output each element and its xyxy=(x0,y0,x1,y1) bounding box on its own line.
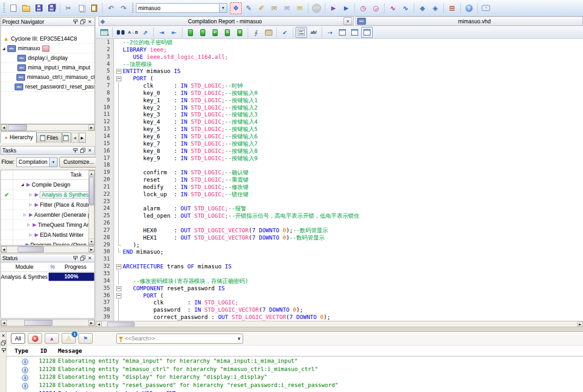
compiler-settings-icon[interactable]: ❖ xyxy=(230,2,242,14)
next-bookmark-icon[interactable]: ↑ xyxy=(197,27,208,38)
simulation-waveform-icon[interactable]: ∿ xyxy=(387,2,399,14)
settings-icon[interactable]: ✉ xyxy=(268,2,280,14)
project-navigator-hscrollbar[interactable]: ◀ ▶ xyxy=(0,124,95,131)
code-line[interactable]: 5ENTITY mimasuo IS xyxy=(96,68,583,75)
project-select-combobox[interactable]: mimasuo ▼ xyxy=(136,3,227,13)
save-icon[interactable] xyxy=(33,2,45,14)
root-entity-node[interactable]: ◢ abc mimasuo xyxy=(1,44,94,53)
redo-icon[interactable]: ↷ xyxy=(118,2,130,14)
scroll-thumb[interactable] xyxy=(18,246,44,252)
scroll-left-icon[interactable]: ◀ xyxy=(1,246,7,252)
close-icon[interactable]: ✕ xyxy=(87,19,93,25)
device-node[interactable]: ▲ Cyclone III: EP3C5E144C8 xyxy=(1,34,94,44)
expander-icon[interactable]: ▷ xyxy=(28,193,33,197)
code-line[interactable]: 20 reset : IN STD_LOGIC;--重置键 xyxy=(96,176,583,183)
message-row[interactable]: i12128Elaborating entity "display" for h… xyxy=(6,373,583,382)
code-line[interactable]: 28 HEX1 : OUT STD_LOGIC_VECTOR(7 DOWNTO … xyxy=(96,234,583,241)
code-line[interactable]: 16 key_8 : IN STD_LOGIC;--按键输入8 xyxy=(96,147,583,155)
status-row[interactable]: Analysis & Synthesis 100% xyxy=(1,272,94,282)
code-line[interactable]: 30END mimasuo; xyxy=(96,248,583,256)
instance-node[interactable]: abcmima_input:i_mima_input xyxy=(1,63,94,73)
analyze-current-file-icon[interactable]: ✔ xyxy=(279,27,291,38)
pin-icon[interactable] xyxy=(0,347,7,353)
message-row[interactable]: i12128Elaborating entity "reset_password… xyxy=(6,382,583,390)
code-line[interactable]: 3 USE ieee.std_logic_1164.all; xyxy=(96,53,583,61)
programmer-icon[interactable]: ◈ xyxy=(429,2,441,14)
restore-icon[interactable] xyxy=(0,340,7,346)
chevron-down-icon[interactable]: ∨ xyxy=(237,336,241,341)
attach-file-icon[interactable]: ∮ xyxy=(250,27,262,38)
code-editor[interactable]: 1--2位的电子密码锁2LIBRARY ieee;3 USE ieee.std_… xyxy=(96,39,583,321)
report-window-icon[interactable] xyxy=(99,27,110,38)
chevron-down-icon[interactable]: ▼ xyxy=(49,158,57,167)
scroll-left-icon[interactable]: ◀ xyxy=(1,125,7,131)
expander-icon[interactable]: ▷ xyxy=(28,233,33,237)
scroll-up-icon[interactable]: ▲ xyxy=(88,171,94,177)
goto-line-icon[interactable]: ⇗ xyxy=(140,27,151,38)
open-file-icon[interactable] xyxy=(20,2,32,14)
fold-toggle-icon[interactable] xyxy=(114,75,123,82)
close-icon[interactable]: ✕ xyxy=(344,17,352,25)
code-line[interactable]: 7 clk : IN STD_LOGIC;--时钟 xyxy=(96,82,583,89)
code-line[interactable]: 31 xyxy=(96,256,583,263)
undo-icon[interactable]: ↶ xyxy=(105,2,117,14)
simulation-run-icon[interactable]: ∿ xyxy=(400,2,411,14)
compilation-report-icon[interactable]: ◆ xyxy=(416,2,428,14)
code-line[interactable]: 38 password : IN STD_LOGIC_VECTOR(7 DOWN… xyxy=(96,306,583,314)
assignments-icon[interactable]: ✉ xyxy=(294,2,306,14)
filter-critical-warnings-button[interactable]: ▲ xyxy=(45,333,59,344)
pin-icon[interactable] xyxy=(72,147,78,153)
code-line[interactable]: 35 COMPONENT reset_password IS xyxy=(96,285,583,292)
chevron-down-icon[interactable]: ▼ xyxy=(219,4,227,12)
toolbar-grip[interactable] xyxy=(132,3,134,14)
tab-files[interactable]: Files xyxy=(36,132,62,143)
message-row[interactable]: i12128Elaborating entity "mima_input" fo… xyxy=(6,357,583,366)
goto-matching-icon[interactable]: ⇢ xyxy=(324,27,336,38)
filter-all-button[interactable]: All xyxy=(11,333,25,344)
message-search-combobox[interactable]: <<Search>> ∨ xyxy=(116,334,243,344)
cut-icon[interactable]: ✂ xyxy=(62,2,74,14)
tasks-vscrollbar[interactable]: ▲ ▼ xyxy=(88,170,94,245)
task-row[interactable]: ▷▶Fitter (Place & Route) xyxy=(1,200,94,210)
code-line[interactable]: 21 modify : IN STD_LOGIC;--修改键 xyxy=(96,183,583,191)
fold-all-icon[interactable] xyxy=(361,27,373,38)
previous-bookmark-icon[interactable]: ↩ xyxy=(209,27,221,38)
tab-hierarchy[interactable]: ▲ Hierarchy xyxy=(0,131,36,143)
tab-design-units[interactable] xyxy=(62,132,71,143)
expander-icon[interactable]: ▷ xyxy=(22,213,28,217)
code-line[interactable]: 17 key_9 : IN STD_LOGIC;--按键输入9 xyxy=(96,155,583,162)
pin-planner-icon[interactable]: ✐ xyxy=(255,2,267,14)
code-line[interactable]: 10 key_2 : IN STD_LOGIC;--按键输入2 xyxy=(96,104,583,111)
code-line[interactable]: 33 xyxy=(96,270,583,277)
message-row[interactable]: i12128Elaborating entity "mimasuo_ctrl" … xyxy=(6,366,583,374)
start-compilation-icon[interactable]: ▶ xyxy=(328,2,339,14)
scroll-down-icon[interactable]: ▼ xyxy=(88,239,94,245)
status-hscrollbar[interactable]: ◀ ▶ xyxy=(0,319,95,326)
paste-icon[interactable] xyxy=(88,2,100,14)
tab-scroll-right-icon[interactable]: ▶ xyxy=(79,133,86,143)
expander-icon[interactable]: ▷ xyxy=(26,223,31,227)
scroll-thumb[interactable] xyxy=(89,177,94,205)
code-line[interactable]: 25 led_open : OUT STD_LOGIC;--开锁指示信号，高电平… xyxy=(96,212,583,220)
copy-icon[interactable] xyxy=(75,2,87,14)
fold-toggle-icon[interactable] xyxy=(114,285,123,292)
code-line[interactable]: 6 PORT ( xyxy=(96,75,583,82)
line-numbers-icon[interactable]: 267268 xyxy=(296,27,307,38)
insert-template-icon[interactable] xyxy=(263,27,274,38)
find-icon[interactable] xyxy=(115,27,126,38)
filter-errors-button[interactable]: ✕ xyxy=(28,333,42,344)
toolbar-grip[interactable] xyxy=(3,3,5,14)
instance-node[interactable]: abcreset_password:i_reset_password xyxy=(1,82,94,92)
clear-all-bookmarks-icon[interactable]: ✕ xyxy=(234,27,245,38)
task-row[interactable]: ▷▶EDA Netlist Writer xyxy=(1,230,94,240)
filter-warnings-button[interactable]: ⚠ 1 xyxy=(62,333,76,344)
code-line[interactable]: 15 key_7 : IN STD_LOGIC;--按键输入7 xyxy=(96,140,583,147)
clear-bookmark-icon[interactable]: ✕ xyxy=(222,27,233,38)
code-line[interactable]: 9 key_1 : IN STD_LOGIC;--按键输入1 xyxy=(96,97,583,104)
tasks-hscrollbar[interactable]: ◀ ▶ xyxy=(0,246,95,253)
task-row[interactable]: ▷▶TimeQuest Timing Analysis xyxy=(1,220,94,230)
help-icon[interactable]: ? xyxy=(463,2,475,14)
restore-icon[interactable] xyxy=(79,19,86,25)
code-line[interactable]: 19 confirm : IN STD_LOGIC;--确认键 xyxy=(96,169,583,176)
new-file-icon[interactable] xyxy=(7,2,19,14)
